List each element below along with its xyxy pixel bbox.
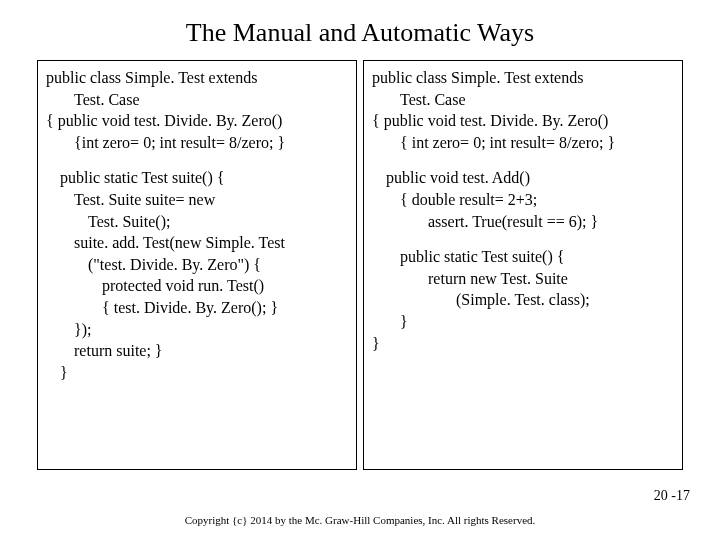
code-line: } — [372, 311, 674, 333]
code-line: public void test. Add() — [372, 167, 674, 189]
code-line: { double result= 2+3; — [372, 189, 674, 211]
code-line: {int zero= 0; int result= 8/zero; } — [46, 132, 348, 154]
page-title: The Manual and Automatic Ways — [0, 0, 720, 60]
right-block-2: public void test. Add() { double result=… — [372, 167, 674, 232]
code-line: return suite; } — [46, 340, 348, 362]
right-block-1: public class Simple. Test extends Test. … — [372, 67, 674, 153]
right-column: public class Simple. Test extends Test. … — [363, 60, 683, 470]
code-line: public static Test suite() { — [372, 246, 674, 268]
code-line: (Simple. Test. class); — [372, 289, 674, 311]
code-line: } — [46, 362, 348, 384]
slide-number: 20 -17 — [654, 488, 690, 504]
left-block-1: public class Simple. Test extends Test. … — [46, 67, 348, 153]
copyright-text: Copyright {c} 2014 by the Mc. Graw-Hill … — [0, 514, 720, 526]
code-line: public class Simple. Test extends — [46, 67, 348, 89]
code-line: protected void run. Test() — [46, 275, 348, 297]
right-block-3: public static Test suite() { return new … — [372, 246, 674, 354]
code-line: { test. Divide. By. Zero(); } — [46, 297, 348, 319]
code-line: { int zero= 0; int result= 8/zero; } — [372, 132, 674, 154]
content-columns: public class Simple. Test extends Test. … — [0, 60, 720, 470]
code-line: { public void test. Divide. By. Zero() — [46, 110, 348, 132]
code-line: Test. Suite suite= new — [46, 189, 348, 211]
code-line: suite. add. Test(new Simple. Test — [46, 232, 348, 254]
code-line: return new Test. Suite — [372, 268, 674, 290]
code-line: Test. Case — [372, 89, 674, 111]
code-line: Test. Case — [46, 89, 348, 111]
code-line: Test. Suite(); — [46, 211, 348, 233]
code-line: } — [372, 333, 674, 355]
code-line: public class Simple. Test extends — [372, 67, 674, 89]
code-line: }); — [46, 319, 348, 341]
code-line: public static Test suite() { — [46, 167, 348, 189]
code-line: { public void test. Divide. By. Zero() — [372, 110, 674, 132]
left-block-2: public static Test suite() { Test. Suite… — [46, 167, 348, 383]
left-column: public class Simple. Test extends Test. … — [37, 60, 357, 470]
code-line: assert. True(result == 6); } — [372, 211, 674, 233]
code-line: ("test. Divide. By. Zero") { — [46, 254, 348, 276]
